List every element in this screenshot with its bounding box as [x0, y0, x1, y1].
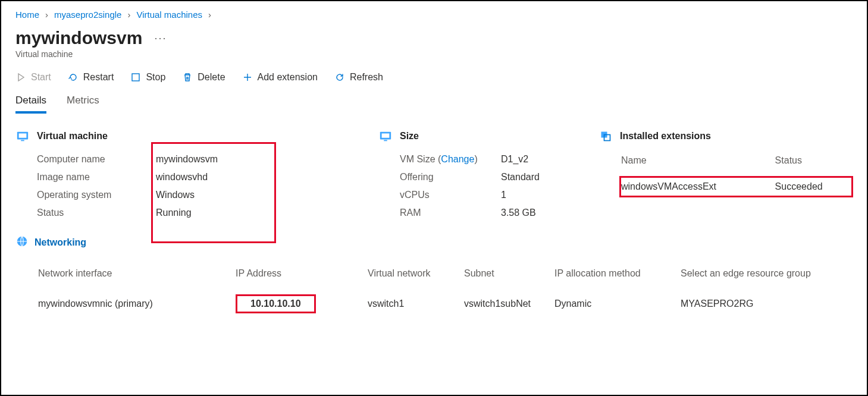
net-nic: mywindowsvmnic (primary) — [38, 291, 234, 317]
plus-icon — [242, 72, 253, 83]
label-status: Status — [37, 208, 156, 218]
svg-rect-6 — [382, 133, 390, 137]
label-image-name: Image name — [37, 172, 156, 183]
section-vm-title: Virtual machine — [37, 131, 108, 142]
value-computer-name: mywindowsvm — [156, 154, 355, 165]
tab-details[interactable]: Details — [15, 95, 46, 114]
vm-properties: Computer name mywindowsvm Image name win… — [37, 154, 355, 218]
network-row[interactable]: mywindowsvmnic (primary) 10.10.10.10 vsw… — [38, 291, 851, 317]
value-offering: Standard — [501, 172, 575, 183]
svg-rect-0 — [132, 74, 139, 81]
chevron-right-icon: › — [45, 10, 48, 20]
network-icon — [15, 235, 29, 250]
svg-rect-2 — [19, 133, 27, 137]
size-properties: VM Size (Change) D1_v2 Offering Standard… — [400, 154, 575, 218]
trash-icon — [182, 72, 193, 83]
net-vnet: vswitch1 — [368, 291, 463, 317]
refresh-button[interactable]: Refresh — [334, 72, 383, 83]
extensions-icon — [598, 129, 613, 143]
toolbar: Start Restart Stop Delete Add extension … — [15, 72, 853, 83]
start-button: Start — [15, 72, 51, 83]
net-ip-cell: 10.10.10.10 — [236, 291, 366, 317]
breadcrumb-section[interactable]: Virtual machines — [136, 10, 202, 20]
section-networking-header[interactable]: Networking — [15, 235, 355, 250]
ext-col-name: Name — [621, 155, 774, 177]
refresh-label: Refresh — [350, 72, 383, 83]
net-alloc: Dynamic — [554, 291, 679, 317]
chevron-right-icon: › — [208, 10, 211, 20]
net-col-ip: IP Address — [236, 268, 366, 290]
start-label: Start — [31, 72, 51, 83]
extensions-table: Name Status windowsVMAccessExt Succeeded — [620, 154, 853, 197]
section-size-title: Size — [400, 131, 419, 142]
net-ip: 10.10.10.10 — [236, 294, 316, 313]
section-networking-title: Networking — [35, 237, 86, 248]
stop-label: Stop — [146, 72, 165, 83]
svg-rect-3 — [21, 140, 24, 141]
add-extension-button[interactable]: Add extension — [242, 72, 318, 83]
refresh-icon — [334, 72, 345, 83]
section-extensions-title: Installed extensions — [620, 131, 711, 142]
value-os: Windows — [156, 190, 355, 200]
more-actions-button[interactable]: ··· — [154, 32, 167, 45]
net-col-nic: Network interface — [38, 268, 234, 290]
vm-icon — [15, 129, 30, 143]
value-image-name: windowsvhd — [156, 172, 355, 183]
net-col-subnet: Subnet — [464, 268, 553, 290]
label-os: Operating system — [37, 190, 156, 200]
label-vcpus: vCPUs — [400, 190, 501, 200]
delete-label: Delete — [198, 72, 225, 83]
tab-metrics[interactable]: Metrics — [67, 95, 99, 114]
extension-name: windowsVMAccessExt — [621, 178, 774, 196]
breadcrumb-home[interactable]: Home — [15, 10, 39, 20]
value-vmsize: D1_v2 — [501, 154, 575, 165]
page-subtitle: Virtual machine — [15, 49, 853, 59]
extension-row[interactable]: windowsVMAccessExt Succeeded — [621, 178, 851, 196]
section-size-header: Size — [378, 129, 575, 143]
chevron-right-icon: › — [127, 10, 130, 20]
networking-table: Network interface IP Address Virtual net… — [37, 267, 853, 318]
net-col-vnet: Virtual network — [368, 268, 463, 290]
delete-button[interactable]: Delete — [182, 72, 225, 83]
value-status: Running — [156, 208, 355, 218]
stop-button[interactable]: Stop — [130, 72, 165, 83]
label-computer-name: Computer name — [37, 154, 156, 165]
stop-icon — [130, 72, 141, 83]
value-ram: 3.58 GB — [501, 208, 575, 218]
restart-icon — [68, 72, 79, 83]
extension-status: Succeeded — [775, 178, 851, 196]
ext-col-status: Status — [775, 155, 851, 177]
page-title: mywindowsvm — [15, 28, 142, 48]
net-subnet: vswitch1subNet — [464, 291, 553, 317]
section-vm-header: Virtual machine — [15, 129, 355, 143]
add-extension-label: Add extension — [258, 72, 318, 83]
value-vcpus: 1 — [501, 190, 575, 200]
tabs: Details Metrics — [15, 95, 853, 114]
restart-button[interactable]: Restart — [68, 72, 114, 83]
section-extensions-header: Installed extensions — [598, 129, 853, 143]
net-col-edge-rg: Select an edge resource group — [681, 268, 851, 290]
svg-rect-7 — [384, 140, 387, 141]
play-icon — [15, 72, 26, 83]
change-size-link[interactable]: Change — [441, 154, 474, 164]
size-icon — [378, 129, 393, 143]
net-edge-rg: MYASEPRO2RG — [681, 291, 851, 317]
restart-label: Restart — [83, 72, 114, 83]
label-offering: Offering — [400, 172, 501, 183]
breadcrumb-resource[interactable]: myasepro2single — [54, 10, 121, 20]
breadcrumb: Home › myasepro2single › Virtual machine… — [15, 10, 853, 20]
label-vmsize: VM Size (Change) — [400, 154, 501, 165]
label-ram: RAM — [400, 208, 501, 218]
net-col-alloc: IP allocation method — [554, 268, 679, 290]
